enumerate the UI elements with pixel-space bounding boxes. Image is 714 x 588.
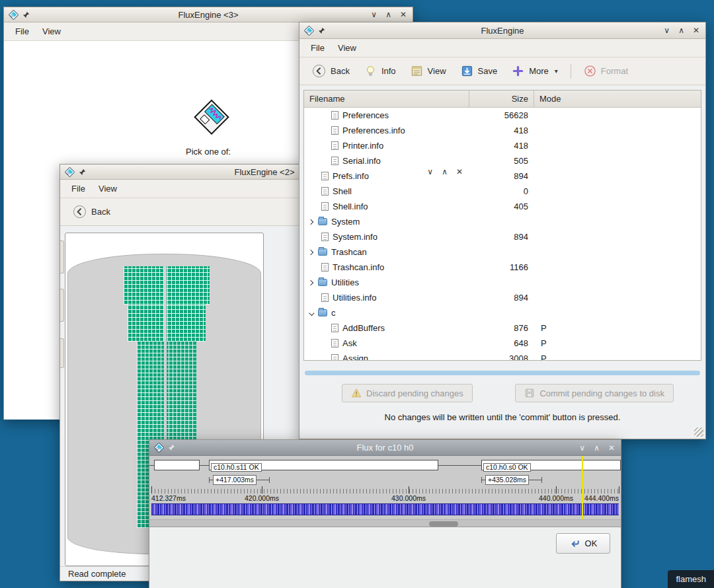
scrollbar-handle[interactable] bbox=[429, 521, 458, 527]
table-row[interactable]: Prefs.info 894 bbox=[304, 168, 701, 184]
filename: Preferences bbox=[342, 110, 389, 120]
app-icon[interactable] bbox=[304, 26, 314, 36]
info-icon bbox=[364, 65, 377, 77]
file-size: 418 bbox=[469, 141, 534, 151]
pin-icon[interactable] bbox=[318, 27, 325, 34]
close-button[interactable]: ✕ bbox=[455, 166, 464, 177]
table-row[interactable]: Utilities.info 894 bbox=[304, 290, 701, 305]
time-ruler bbox=[151, 489, 619, 494]
table-row[interactable]: Shell.info 405 bbox=[304, 199, 701, 214]
filename: Shell.info bbox=[333, 202, 368, 211]
file-size: 418 bbox=[469, 126, 534, 135]
expander-icon[interactable] bbox=[309, 310, 314, 315]
table-row[interactable]: Trashcan bbox=[304, 244, 701, 260]
app-icon[interactable] bbox=[154, 443, 164, 453]
file-size: 1166 bbox=[469, 262, 534, 272]
maximize-button[interactable]: ∧ bbox=[440, 166, 449, 177]
format-button[interactable]: Format bbox=[578, 61, 634, 81]
sector-box: c10.h0.s0 OK bbox=[481, 460, 621, 470]
side-tab[interactable] bbox=[60, 338, 64, 368]
table-row[interactable]: Utilities bbox=[304, 275, 701, 290]
pin-icon[interactable] bbox=[79, 168, 86, 176]
horizontal-scrollbar[interactable] bbox=[305, 371, 700, 375]
file-icon bbox=[331, 324, 338, 332]
table-row[interactable]: Serial.info 505 bbox=[304, 153, 701, 168]
commit-button[interactable]: Commit pending changes to disk bbox=[515, 384, 674, 402]
menu-file[interactable]: File bbox=[305, 40, 331, 55]
save-label: Save bbox=[478, 66, 498, 76]
table-row[interactable]: c bbox=[304, 305, 701, 320]
minimize-button[interactable]: ∨ bbox=[426, 166, 434, 177]
minimize-button[interactable]: ∨ bbox=[578, 443, 586, 453]
table-row[interactable]: Printer.info 418 bbox=[304, 138, 701, 153]
filename: Utilities.info bbox=[333, 293, 376, 303]
minimize-button[interactable]: ∨ bbox=[662, 25, 671, 36]
pin-icon[interactable] bbox=[168, 444, 175, 451]
expander-icon[interactable] bbox=[308, 279, 313, 285]
table-row[interactable]: System.info 894 bbox=[304, 229, 701, 244]
side-tab[interactable] bbox=[60, 240, 64, 274]
ruler-major-tick bbox=[262, 486, 262, 494]
info-button[interactable]: Info bbox=[358, 61, 402, 81]
maximize-button[interactable]: ∧ bbox=[592, 443, 601, 453]
close-button[interactable]: ✕ bbox=[607, 443, 616, 453]
pin-icon[interactable] bbox=[22, 11, 30, 18]
maximize-button[interactable]: ∧ bbox=[677, 25, 686, 36]
table-row[interactable]: Shell 0 bbox=[304, 184, 701, 199]
folder-icon bbox=[318, 309, 327, 316]
close-button[interactable]: ✕ bbox=[399, 9, 408, 20]
filename: System.info bbox=[333, 232, 377, 242]
app-icon[interactable] bbox=[65, 167, 75, 177]
chevron-down-icon: ▾ bbox=[555, 67, 558, 75]
ok-button[interactable]: OK bbox=[556, 533, 610, 554]
column-size[interactable]: Size bbox=[469, 91, 534, 107]
discard-button[interactable]: Discard pending changes bbox=[342, 384, 473, 402]
expander-icon[interactable] bbox=[308, 249, 313, 254]
view-label: View bbox=[428, 66, 446, 76]
window-title: FluxEngine <3> bbox=[4, 10, 413, 20]
menu-file[interactable]: File bbox=[65, 181, 91, 196]
filename: Trashcan.info bbox=[333, 262, 384, 272]
menu-view[interactable]: View bbox=[93, 181, 123, 196]
flameshot-tray-label[interactable]: flamesh bbox=[668, 570, 714, 588]
warning-icon bbox=[351, 388, 362, 398]
menu-view[interactable]: View bbox=[36, 24, 67, 39]
table-row[interactable]: System bbox=[304, 214, 701, 229]
file-icon bbox=[331, 339, 338, 348]
column-filename[interactable]: Filename bbox=[304, 91, 469, 107]
file-icon bbox=[331, 157, 338, 165]
sector-grid-block[interactable] bbox=[128, 305, 206, 342]
menu-file[interactable]: File bbox=[9, 24, 35, 39]
flux-visualization[interactable]: c10.h0.s11 OK c10.h0.s0 OK +417.003ms +4… bbox=[149, 456, 621, 527]
app-icon[interactable] bbox=[9, 10, 19, 20]
menu-view[interactable]: View bbox=[332, 40, 362, 55]
close-button[interactable]: ✕ bbox=[692, 25, 701, 36]
expander-icon[interactable] bbox=[308, 219, 313, 224]
view-button[interactable]: View bbox=[405, 61, 452, 81]
table-row[interactable]: Trashcan.info 1166 bbox=[304, 260, 701, 275]
titlebar[interactable]: FluxEngine ∨ ∧ ✕ bbox=[299, 22, 705, 39]
save-button[interactable]: Save bbox=[455, 61, 504, 81]
back-button[interactable]: Back bbox=[67, 202, 116, 222]
file-icon bbox=[331, 354, 338, 361]
pending-actions: Discard pending changes Commit pending c… bbox=[299, 384, 705, 402]
table-row[interactable]: Preferences.info 418 bbox=[304, 123, 701, 138]
table-row[interactable]: Preferences 56628 bbox=[304, 108, 701, 123]
titlebar[interactable]: Flux for c10 h0 ∨ ∧ ✕ bbox=[149, 440, 621, 456]
column-mode[interactable]: Mode bbox=[534, 91, 701, 107]
maximize-button[interactable]: ∧ bbox=[384, 9, 393, 20]
ruler-label: 430.000ms bbox=[391, 494, 426, 502]
filename: Preferences.info bbox=[342, 126, 405, 135]
flux-scrollbar[interactable] bbox=[149, 519, 621, 527]
table-row[interactable]: Ask 648 P bbox=[304, 336, 701, 351]
table-row[interactable]: AddBuffers 876 P bbox=[304, 320, 701, 336]
table-row[interactable]: Assign 3008 P bbox=[304, 351, 701, 361]
resize-grip[interactable] bbox=[694, 427, 703, 437]
sector-grid-block[interactable] bbox=[124, 266, 210, 305]
minimize-button[interactable]: ∨ bbox=[370, 9, 378, 20]
side-tab[interactable] bbox=[60, 289, 64, 322]
flux-band[interactable] bbox=[151, 503, 619, 515]
titlebar[interactable]: FluxEngine <3> ∨ ∧ ✕ bbox=[4, 7, 413, 22]
more-button[interactable]: More ▾ bbox=[506, 61, 564, 81]
back-button[interactable]: Back bbox=[306, 61, 356, 81]
